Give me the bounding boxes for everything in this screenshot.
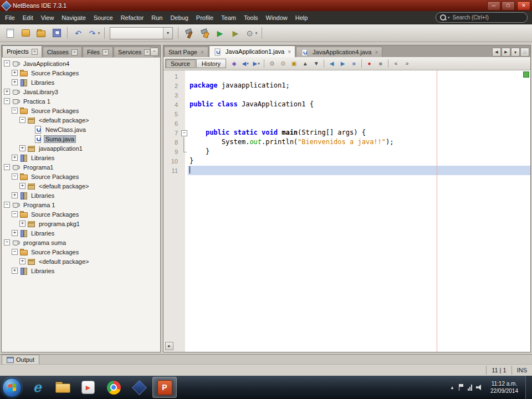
clock[interactable]: 11:12 a.m. 22/09/2014	[487, 380, 521, 395]
collapse-toggle-icon[interactable]: −	[12, 173, 18, 180]
collapse-toggle-icon[interactable]: −	[4, 164, 10, 170]
expand-toggle-icon[interactable]: +	[12, 268, 18, 274]
volume-icon[interactable]	[476, 384, 483, 391]
build-project-button[interactable]	[182, 26, 196, 40]
scroll-tabs-left-button[interactable]: ◀	[492, 48, 501, 57]
panel-tab-projects[interactable]: Projects×	[2, 45, 42, 57]
taskbar-internet-explorer[interactable]: e	[25, 377, 49, 398]
menu-edit[interactable]: Edit	[19, 12, 37, 23]
code-line[interactable]: 6	[163, 119, 530, 128]
action-center-icon[interactable]	[458, 384, 464, 391]
code-line[interactable]: 9 }	[163, 147, 530, 156]
start-macro-recording-button[interactable]: ●	[364, 59, 375, 69]
output-tab[interactable]: Output	[2, 355, 39, 364]
tree-node-source-packages[interactable]: −Source Packages	[2, 247, 160, 257]
new-file-button[interactable]	[3, 26, 17, 40]
close-icon[interactable]: ×	[144, 49, 150, 55]
expand-toggle-icon[interactable]: +	[19, 258, 25, 264]
show-desktop-button[interactable]	[525, 376, 532, 399]
menu-window[interactable]: Window	[262, 12, 291, 23]
editor-body[interactable]: 12package javaapplication1;34public clas…	[163, 70, 531, 352]
code-line[interactable]: 4public class JavaApplication1 {	[163, 100, 530, 109]
menu-tools[interactable]: Tools	[240, 12, 262, 23]
tree-node-source-packages[interactable]: +Source Packages	[2, 68, 160, 78]
expand-toggle-icon[interactable]: +	[12, 155, 18, 161]
tree-node-libraries[interactable]: +Libraries	[2, 78, 160, 87]
tree-node-programa-pkg1[interactable]: +programa.pkg1	[2, 219, 160, 228]
expand-toggle-icon[interactable]: +	[4, 89, 10, 95]
tree-node-programa-suma[interactable]: −programa suma	[2, 238, 160, 247]
collapse-toggle-icon[interactable]: −	[12, 249, 18, 255]
last-edited-button[interactable]: ◆	[229, 59, 239, 69]
expand-toggle-icon[interactable]: +	[19, 183, 25, 189]
expand-toggle-icon[interactable]: +	[12, 230, 18, 236]
toggle-highlight-button[interactable]: ▣	[289, 59, 299, 69]
tree-node-libraries[interactable]: +Libraries	[2, 228, 160, 238]
profile-project-button[interactable]: ⊙▾	[244, 26, 258, 40]
find-occurrences-button[interactable]: ⊙	[278, 59, 288, 69]
collapse-toggle-icon[interactable]: −	[4, 60, 10, 66]
taskbar-media-player[interactable]: ▶	[76, 377, 100, 398]
show-hidden-icons-button[interactable]	[450, 385, 454, 390]
menu-profile[interactable]: Profile	[192, 12, 217, 23]
debug-project-button[interactable]: ▶	[228, 26, 243, 40]
tree-node-suma-java[interactable]: Suma.java	[2, 134, 160, 144]
code-line[interactable]: 5	[163, 109, 530, 119]
stop-macro-recording-button[interactable]: ■	[375, 59, 386, 69]
expand-toggle-icon[interactable]: +	[19, 221, 25, 227]
code-line[interactable]: 3	[163, 90, 530, 100]
tree-node-newclass-java[interactable]: NewClass.java	[2, 125, 160, 134]
open-project-button[interactable]	[34, 26, 48, 40]
collapse-toggle-icon[interactable]: −	[19, 117, 25, 123]
tree-node-programa1[interactable]: −Programa1	[2, 162, 160, 172]
tree-node-default-package[interactable]: +<default package>	[2, 257, 160, 266]
maximize-button[interactable]: □	[502, 1, 515, 11]
tree-node-default-package[interactable]: +<default package>	[2, 181, 160, 191]
search-input[interactable]	[452, 14, 523, 21]
redo-button[interactable]: ↷▾	[86, 26, 101, 40]
tree-node-libraries[interactable]: +Libraries	[2, 153, 160, 162]
collapse-toggle-icon[interactable]: −	[4, 202, 10, 208]
tree-node-javalibrary3[interactable]: +JavaLibrary3	[2, 87, 160, 96]
menu-refactor[interactable]: Refactor	[117, 12, 148, 23]
expand-toggle-icon[interactable]: +	[19, 145, 25, 151]
tree-node-libraries[interactable]: +Libraries	[2, 191, 160, 200]
code-line[interactable]: 2package javaapplication1;	[163, 81, 530, 90]
maximize-window-button[interactable]: □	[520, 48, 529, 57]
minimize-button[interactable]: ─	[487, 1, 500, 11]
code-area[interactable]: 12package javaapplication1;34public clas…	[163, 71, 530, 175]
close-button[interactable]: ✕	[517, 1, 530, 11]
collapse-toggle-icon[interactable]: −	[4, 239, 10, 245]
menu-navigate[interactable]: Navigate	[58, 12, 89, 23]
taskbar-windows-explorer[interactable]	[50, 377, 75, 398]
collapse-toggle-icon[interactable]: −	[4, 98, 10, 104]
taskbar-chrome[interactable]	[101, 377, 126, 398]
minimize-panel-button[interactable]: −	[150, 48, 158, 56]
close-icon[interactable]: ×	[375, 49, 378, 55]
expand-toggle-icon[interactable]: +	[12, 192, 18, 198]
tree-node-source-packages[interactable]: −Source Packages	[2, 172, 160, 181]
previous-occurrence-button[interactable]: ▲	[300, 59, 310, 69]
panel-tab-classes[interactable]: Classes×	[43, 47, 82, 57]
history-view-button[interactable]: History	[196, 59, 226, 68]
network-icon[interactable]	[468, 385, 472, 391]
editor-tab-start-page[interactable]: Start Page×	[164, 47, 208, 57]
menu-run[interactable]: Run	[147, 12, 166, 23]
tree-node-javaapplication4[interactable]: −JavaApplication4	[2, 59, 160, 68]
menu-team[interactable]: Team	[217, 12, 240, 23]
tree-node-source-packages[interactable]: −Source Packages	[2, 106, 160, 115]
collapse-toggle-icon[interactable]: −	[12, 108, 18, 114]
close-icon[interactable]: ×	[288, 49, 291, 55]
tree-node-default-package[interactable]: −<default package>	[2, 115, 160, 125]
shift-line-left-button[interactable]: «	[391, 59, 401, 69]
configuration-select[interactable]: ▾	[110, 27, 173, 39]
close-icon[interactable]: ×	[103, 49, 109, 55]
scroll-tabs-right-button[interactable]: ▶	[502, 48, 510, 57]
quick-search[interactable]: ▾	[436, 12, 528, 23]
menu-source[interactable]: Source	[90, 12, 117, 23]
tree-node-programa-1[interactable]: −Programa 1	[2, 200, 160, 209]
editor-tab-javaapplication4-java[interactable]: JavaApplication4.java×	[296, 47, 382, 57]
code-line[interactable]: 8 System.out.println("Bienvenidos a java…	[163, 137, 530, 147]
undo-button[interactable]: ↶	[71, 26, 85, 40]
panel-tab-services[interactable]: Services×	[114, 47, 155, 57]
